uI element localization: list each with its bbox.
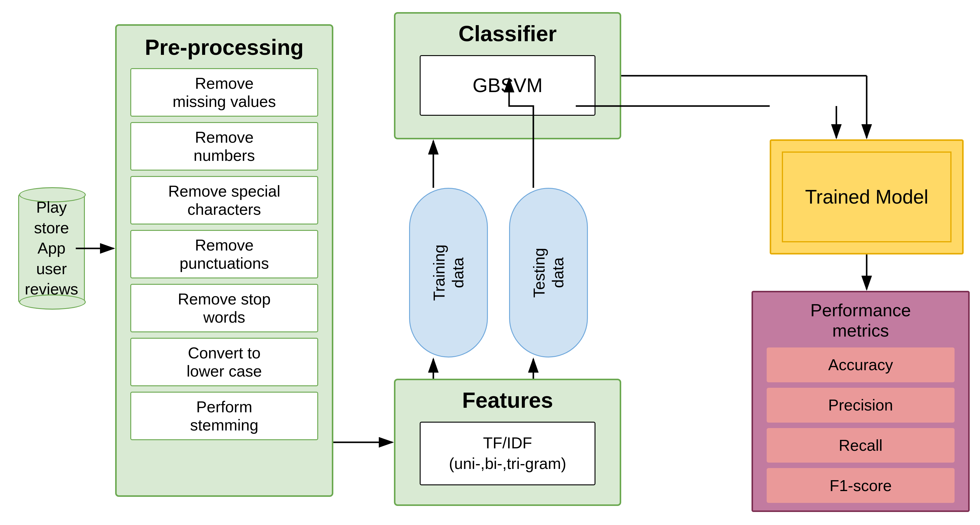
features-title: Features [462,388,553,413]
tfidf-box: TF/IDF(uni-,bi-,tri-gram) [420,422,595,485]
preprocessing-box: Pre-processing Removemissing values Remo… [115,24,333,497]
classifier-title: Classifier [458,21,557,46]
preprocessing-title: Pre-processing [145,35,304,60]
metric-accuracy: Accuracy [767,347,955,382]
features-box: Features TF/IDF(uni-,bi-,tri-gram) [394,379,621,506]
performance-metrics-box: Performancemetrics Accuracy Precision Re… [751,291,970,512]
database-label: Play storeApp userreviews [19,197,84,300]
trained-model-box: Trained Model [770,139,964,255]
step-stemming: Performstemming [130,392,318,440]
trained-model-inner: Trained Model [782,151,951,242]
tfidf-label: TF/IDF(uni-,bi-,tri-gram) [449,433,566,474]
testing-data-pill: Testingdata [509,188,588,358]
step-remove-numbers: Removenumbers [130,122,318,170]
step-remove-punctuations: Removepunctuations [130,230,318,278]
database-cylinder: Play storeApp userreviews [9,176,94,321]
gbsvm-label: GBSVM [473,74,542,97]
classifier-box: Classifier GBSVM [394,12,621,139]
metric-f1score: F1-score [767,468,955,503]
step-remove-special: Remove specialcharacters [130,176,318,224]
training-data-pill: Trainingdata [409,188,488,358]
step-lowercase: Convert tolower case [130,338,318,386]
testing-data-label: Testingdata [530,248,568,298]
trained-model-label: Trained Model [805,186,929,208]
gbsvm-box: GBSVM [420,55,595,116]
metric-recall: Recall [767,428,955,463]
metric-precision: Precision [767,388,955,423]
diagram-container: Play storeApp userreviews Pre-processing… [0,0,980,525]
step-remove-stopwords: Remove stopwords [130,284,318,332]
metrics-title: Performancemetrics [810,300,911,340]
training-data-label: Trainingdata [430,245,468,301]
step-remove-missing: Removemissing values [130,68,318,117]
